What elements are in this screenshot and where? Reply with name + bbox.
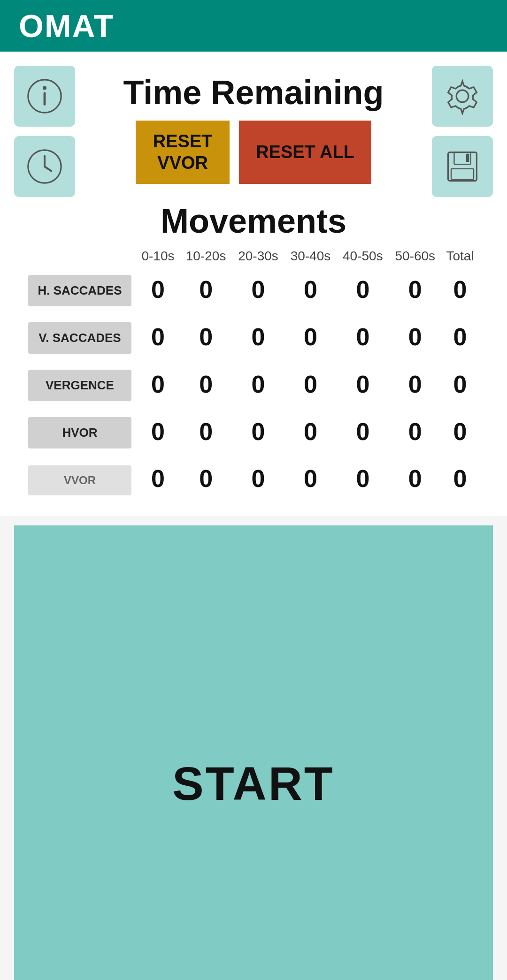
cell-0-1: 0: [180, 266, 232, 313]
main-content: Time Remaining RESETVVOR RESET ALL: [0, 52, 507, 516]
reset-all-button[interactable]: RESET ALL: [239, 121, 371, 184]
col-header-20-30: 20-30s: [232, 245, 284, 266]
row-label-cell: HVOR: [28, 408, 136, 455]
svg-rect-7: [448, 152, 477, 181]
col-header-label: [28, 245, 136, 266]
cell-2-4: 0: [337, 360, 389, 408]
start-button[interactable]: START: [14, 525, 493, 980]
cell-4-2: 0: [232, 455, 284, 502]
cell-4-3: 0: [284, 455, 337, 502]
cell-2-5: 0: [389, 360, 441, 408]
cell-4-1: 0: [180, 455, 232, 502]
cell-2-6: 0: [441, 360, 479, 408]
movements-table: 0-10s 10-20s 20-30s 30-40s 40-50s 50-60s…: [28, 245, 479, 502]
button-row: RESETVVOR RESET ALL: [136, 121, 371, 184]
save-icon: [444, 148, 481, 185]
app-header: OMAT: [0, 0, 507, 52]
cell-1-2: 0: [232, 313, 284, 360]
row-label-button-vergence[interactable]: VERGENCE: [28, 370, 131, 401]
cell-4-4: 0: [337, 455, 389, 502]
clock-icon-button[interactable]: [14, 136, 75, 197]
table-row: V. SACCADES0000000: [28, 313, 479, 360]
cell-3-3: 0: [284, 408, 337, 455]
cell-3-4: 0: [337, 408, 389, 455]
svg-rect-10: [466, 154, 469, 162]
table-row: VERGENCE0000000: [28, 360, 479, 408]
svg-point-6: [456, 90, 469, 102]
info-icon-button[interactable]: [14, 66, 75, 127]
svg-line-5: [45, 167, 51, 171]
cell-1-4: 0: [337, 313, 389, 360]
col-header-50-60: 50-60s: [389, 245, 441, 266]
start-label: START: [172, 757, 335, 811]
cell-2-1: 0: [180, 360, 232, 408]
row-label-cell: VERGENCE: [28, 360, 136, 408]
app-title: OMAT: [19, 8, 114, 44]
col-header-40-50: 40-50s: [337, 245, 389, 266]
cell-1-6: 0: [441, 313, 479, 360]
cell-0-3: 0: [284, 266, 337, 313]
cell-2-3: 0: [284, 360, 337, 408]
svg-point-2: [43, 86, 46, 90]
table-row: VVOR0000000: [28, 455, 479, 502]
cell-3-6: 0: [441, 408, 479, 455]
row-label-cell: V. SACCADES: [28, 313, 136, 360]
right-icons: [432, 66, 493, 197]
cell-3-2: 0: [232, 408, 284, 455]
row-label-button-vvor[interactable]: VVOR: [28, 465, 131, 495]
cell-3-0: 0: [136, 408, 180, 455]
cell-1-3: 0: [284, 313, 337, 360]
movements-title: Movements: [14, 202, 493, 240]
col-header-0-10: 0-10s: [136, 245, 180, 266]
svg-rect-9: [451, 169, 474, 179]
reset-vvor-button[interactable]: RESETVVOR: [136, 121, 230, 184]
cell-3-1: 0: [180, 408, 232, 455]
cell-2-0: 0: [136, 360, 180, 408]
cell-0-5: 0: [389, 266, 441, 313]
cell-4-5: 0: [389, 455, 441, 502]
clock-icon: [26, 148, 63, 185]
cell-4-6: 0: [441, 455, 479, 502]
left-icons: [14, 66, 75, 197]
cell-1-0: 0: [136, 313, 180, 360]
row-label-button-hvor[interactable]: HVOR: [28, 417, 131, 448]
cell-0-0: 0: [136, 266, 180, 313]
save-icon-button[interactable]: [432, 136, 493, 197]
row-label-cell: VVOR: [28, 455, 136, 502]
row-label-cell: H. SACCADES: [28, 266, 136, 313]
cell-0-2: 0: [232, 266, 284, 313]
table-row: H. SACCADES0000000: [28, 266, 479, 313]
time-remaining-label: Time Remaining: [123, 74, 384, 111]
center-section: Time Remaining RESETVVOR RESET ALL: [75, 74, 432, 189]
col-header-total: Total: [441, 245, 479, 266]
gear-icon: [444, 77, 481, 115]
row-label-button-v--saccades[interactable]: V. SACCADES: [28, 322, 131, 354]
row-label-button-h--saccades[interactable]: H. SACCADES: [28, 275, 131, 306]
cell-0-4: 0: [337, 266, 389, 313]
col-header-30-40: 30-40s: [284, 245, 337, 266]
col-header-10-20: 10-20s: [180, 245, 232, 266]
cell-4-0: 0: [136, 455, 180, 502]
table-header-row: 0-10s 10-20s 20-30s 30-40s 40-50s 50-60s…: [28, 245, 479, 266]
top-row: Time Remaining RESETVVOR RESET ALL: [14, 66, 493, 197]
cell-1-1: 0: [180, 313, 232, 360]
cell-3-5: 0: [389, 408, 441, 455]
cell-1-5: 0: [389, 313, 441, 360]
gear-icon-button[interactable]: [432, 66, 493, 127]
cell-0-6: 0: [441, 266, 479, 313]
info-icon: [26, 77, 63, 115]
cell-2-2: 0: [232, 360, 284, 408]
table-row: HVOR0000000: [28, 408, 479, 455]
movements-table-wrapper: 0-10s 10-20s 20-30s 30-40s 40-50s 50-60s…: [14, 245, 493, 502]
